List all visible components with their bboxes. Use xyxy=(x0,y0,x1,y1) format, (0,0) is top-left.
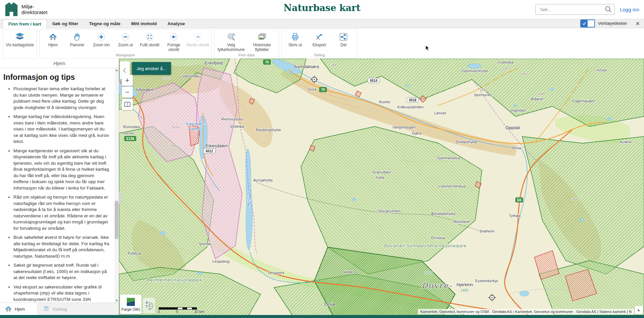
toolbar-item-label: Forrige utsnitt xyxy=(162,43,186,52)
pan-button[interactable]: Panorer xyxy=(65,32,89,48)
hand-icon xyxy=(73,32,81,42)
info-bullet: Plusstegnet foran tema eller kartlag for… xyxy=(13,86,110,111)
map-place-label: Vasstindbu xyxy=(182,74,201,78)
export-arrow-icon xyxy=(315,32,323,42)
map-place-label: Storhornet xyxy=(474,93,492,97)
magnifier-grid-icon xyxy=(227,32,235,42)
tab-analyse[interactable]: Analyse xyxy=(162,19,191,28)
tab-tegne-og-male[interactable]: Tegne og måle xyxy=(84,19,126,28)
miljodirektoratet-logo[interactable]: Miljø- direktoratet xyxy=(5,2,48,17)
page-title: Naturbase kart xyxy=(283,3,361,13)
map-canvas[interactable]: E1367070651465186012E6 EresfjordVasstind… xyxy=(119,59,644,318)
zoom-in-tool-button[interactable]: Zoom inn xyxy=(89,32,113,48)
toolbar-group-finn-data: Velg fylke/kommune Historiske flybilder xyxy=(214,29,279,59)
toolbar-group-label: Navigasjon xyxy=(40,53,211,58)
tool-labels-toggle-label: Verktøyetiketter xyxy=(598,21,627,26)
basemap-selector[interactable]: Farge (SK) xyxy=(120,295,142,314)
close-icon[interactable]: ✕ xyxy=(636,20,640,27)
panel-body: Informasjon og tips Plusstegnet foran te… xyxy=(0,68,114,303)
zoom-in-circle-icon xyxy=(97,32,105,42)
full-extent-icon xyxy=(146,32,154,42)
show-layer-list-button[interactable]: Vis kartlagsliste xyxy=(4,32,35,48)
scale-label-mid: 5 xyxy=(176,310,178,314)
check-icon xyxy=(582,21,586,25)
map-place-label: Loennechenbua xyxy=(438,184,466,188)
print-button[interactable]: Skriv ut xyxy=(283,32,307,48)
map-place-label: Lesjaverk xyxy=(268,271,284,275)
miljodirektoratet-logo-icon xyxy=(5,2,18,17)
info-bullet: Bruk søkefeltet øverst til høyre for sna… xyxy=(13,234,110,259)
toolbar-item-label: Del xyxy=(340,43,346,48)
layers-icon xyxy=(43,306,50,312)
historical-aerial-photos-button[interactable]: Historiske flybilder xyxy=(247,32,277,52)
map-place-label: Kvikne xyxy=(620,140,632,144)
legend-button[interactable] xyxy=(122,99,133,110)
export-button[interactable]: Eksport xyxy=(307,32,331,48)
search-box[interactable] xyxy=(535,4,614,15)
map-place-label: Blåøret xyxy=(531,97,543,101)
map-place-label: Reinheimen nasjonalpark xyxy=(147,278,202,282)
tab-mitt-innhold[interactable]: Mitt innhold xyxy=(126,19,162,28)
map-place-label: Gjøra xyxy=(412,131,422,135)
home-button[interactable]: Hjem xyxy=(41,32,65,48)
panel-resize-handle[interactable] xyxy=(119,192,121,204)
chevron-left-icon xyxy=(122,66,128,75)
main-tabbar: Finn frem i kart Søk og filter Tegne og … xyxy=(0,19,644,28)
map-place-label: Eresfjord xyxy=(205,60,223,65)
map-place-label: Raubergshytta xyxy=(256,128,281,132)
map-place-label: Eikesdals- xyxy=(186,122,205,126)
svg-text:70: 70 xyxy=(321,88,325,92)
bottom-brand-strip xyxy=(0,315,644,318)
map-place-label: Kråkvasstinden xyxy=(397,105,424,109)
zoom-out-tool-button[interactable]: Zoom ut xyxy=(113,32,138,48)
full-extent-button[interactable]: Fullt utsnitt xyxy=(138,32,162,48)
map-place-label: Romsdals- xyxy=(123,125,142,129)
map-place-label: 1643 xyxy=(572,197,579,201)
i-want-to-button[interactable]: Jeg ønsker å... xyxy=(132,62,171,75)
map-place-label: Oppdal xyxy=(505,125,520,130)
select-county-municipality-button[interactable]: Velg fylke/kommune xyxy=(216,32,247,52)
previous-extent-button[interactable]: Forrige utsnitt xyxy=(162,32,186,52)
arrow-right-circle-icon xyxy=(194,32,202,42)
map-place-label: Gjevilvasshytta xyxy=(462,69,488,73)
sidebar-scrollbar[interactable] xyxy=(114,68,119,303)
map-place-label: Vognillan xyxy=(510,108,526,112)
next-extent-button[interactable]: Neste utsnitt xyxy=(186,32,210,48)
map-place-label: hytta xyxy=(376,175,385,179)
toolbar-item-label: Neste utsnitt xyxy=(187,43,209,48)
tool-labels-toggle[interactable] xyxy=(580,19,595,28)
panel-tabs: Hjem Kartlag xyxy=(0,303,119,315)
map-attribution: Kartverket, Geovekst, kommuner og OSM - … xyxy=(418,309,634,314)
map-place-label: 1841 xyxy=(331,63,338,67)
map-place-label: Dindalshytta xyxy=(456,140,477,144)
map-place-label: 1583 xyxy=(480,88,487,92)
login-link[interactable]: Logg inn xyxy=(620,7,639,12)
basemap-label: Farge (SK) xyxy=(121,307,140,311)
share-button[interactable]: Del xyxy=(331,32,356,48)
left-panel: Hjem Informasjon og tips Plusstegnet for… xyxy=(0,59,119,318)
map-place-label: Storhøi xyxy=(199,242,211,246)
toolbar-item-label: Eksport xyxy=(313,43,326,48)
scroll-up-icon[interactable] xyxy=(114,68,119,72)
road-badge: 6012 xyxy=(204,149,215,153)
zoom-out-circle-icon xyxy=(121,32,129,42)
svg-text:6514: 6514 xyxy=(370,79,378,83)
coordinates-tool[interactable] xyxy=(143,298,155,313)
map-place-label: 1347 xyxy=(502,66,509,70)
map-place-label: 1400 xyxy=(461,288,468,292)
panel-tab-hjem[interactable]: Hjem xyxy=(0,303,38,315)
search-icon[interactable] xyxy=(605,6,612,13)
map-place-label: Hjerkinn xyxy=(457,282,473,287)
map-zoom-out-button[interactable]: − xyxy=(122,87,133,98)
panel-tab-kartlag[interactable]: Kartlag xyxy=(38,303,75,315)
search-input[interactable] xyxy=(539,7,605,12)
scrollbar-thumb[interactable] xyxy=(115,201,118,239)
tab-sok-og-filter[interactable]: Søk og filter xyxy=(47,19,84,28)
road-badge: 70 xyxy=(263,60,271,64)
tab-finn-frem-i-kart[interactable]: Finn frem i kart xyxy=(3,19,47,28)
scale-label-start: 0 xyxy=(158,310,160,314)
map-zoom-in-button[interactable]: + xyxy=(122,75,133,86)
logo-text: Miljø- direktoratet xyxy=(21,4,48,15)
svg-text:6518: 6518 xyxy=(409,98,417,102)
attribution-toggle-button[interactable] xyxy=(635,306,643,314)
